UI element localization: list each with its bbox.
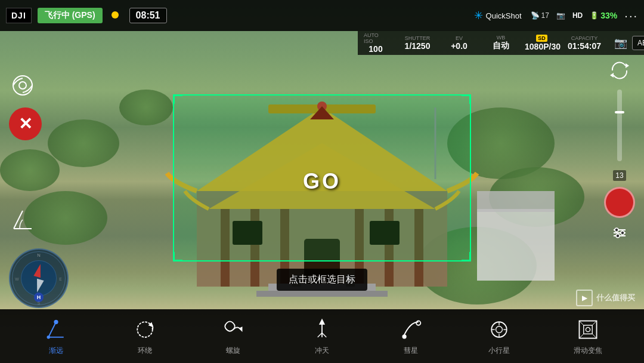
huadong-label: 滑动变焦 (574, 346, 602, 356)
toolbar-item-luoxuan[interactable]: 螺旋 (189, 316, 278, 356)
battery-icon: 🔋 (590, 11, 599, 20)
svg-text:E: E (59, 277, 62, 281)
svg-point-50 (402, 335, 405, 338)
wb-label: WB (497, 35, 506, 41)
svg-point-40 (55, 321, 58, 324)
target-tooltip: 点击或框选目标 (277, 269, 367, 291)
huanrao-icon (132, 316, 158, 343)
toolbar-item-xiaoxingxing[interactable]: 小行星 (455, 316, 544, 356)
qiangyuan-label: 渐远 (49, 346, 63, 356)
camera-rotate-button[interactable] (608, 60, 631, 81)
corner-bl (173, 252, 182, 262)
video-icon: 📷 (556, 11, 565, 20)
capacity-label: CAPACITY (571, 35, 597, 41)
record-button[interactable] (604, 187, 635, 218)
svg-point-52 (496, 327, 503, 333)
shutter-value: 1/1250 (405, 41, 431, 51)
top-bar: DJI 飞行中 (GPS) 08:51 ✳ QuickShot 📡 17 📷 H… (0, 0, 644, 31)
svg-point-23 (19, 82, 26, 89)
quickshot-label: QuickShot (486, 11, 522, 20)
xiaoxingxing-icon (486, 316, 512, 343)
zoom-thumb (615, 111, 624, 113)
flight-timer: 08:51 (129, 8, 167, 23)
huadong-icon (575, 316, 601, 343)
video-signal: 📷 (556, 11, 565, 20)
svg-line-61 (592, 321, 596, 325)
toolbar-item-huadong[interactable]: 滑动变焦 (543, 316, 632, 356)
sd-badge: SD (536, 35, 547, 42)
ev-label: EV (456, 35, 463, 41)
hd-label: HD (572, 11, 583, 20)
svg-rect-58 (583, 325, 592, 334)
corner-br (462, 252, 471, 262)
toolbar-item-qiangyuan[interactable]: 渐远 (12, 316, 101, 356)
go-text[interactable]: GO (303, 169, 341, 194)
spacer (9, 149, 42, 197)
close-button[interactable]: ✕ (9, 107, 42, 140)
iso-value: 100 (369, 44, 382, 54)
battery-percent: 33% (600, 11, 617, 20)
watermark: ▶ 什么值得买 (576, 290, 635, 306)
watermark-text: 什么值得买 (596, 293, 635, 303)
huixing-label: 彗星 (404, 346, 418, 356)
shutter-label: SHUTTER (405, 35, 431, 41)
capacity-stat: CAPACITY 01:54:07 (572, 35, 596, 51)
toolbar-item-huanrao[interactable]: 环绕 (101, 316, 190, 356)
toolbar-item-huixing[interactable]: 彗星 (366, 316, 455, 356)
angle-icon[interactable] (9, 206, 36, 233)
more-options-button[interactable]: ··· (624, 9, 638, 23)
remote-signal: 📡 17 (531, 11, 549, 20)
bottom-toolbar: 渐远 环绕 螺旋 (0, 309, 644, 363)
svg-point-33 (616, 234, 620, 238)
capacity-value: 01:54:07 (568, 41, 601, 51)
camera-switch-icon[interactable]: 📷 (614, 36, 627, 50)
svg-line-60 (579, 321, 583, 325)
wb-value: 自动 (493, 41, 509, 51)
top-right-icons: 📡 17 📷 HD 🔋 33% ··· (531, 9, 638, 23)
ev-value: +0.0 (451, 41, 467, 51)
mini-map: H N E S W (9, 248, 69, 308)
svg-marker-46 (320, 320, 324, 324)
chongtian-label: 冲天 (315, 346, 329, 356)
huanrao-label: 环绕 (138, 346, 152, 356)
corner-tl (173, 94, 182, 104)
camera-controls-right: 📷 AE (614, 36, 644, 50)
flight-status: 飞行中 (GPS) (38, 8, 103, 23)
hd-signal: HD (572, 11, 583, 20)
svg-text:S: S (38, 301, 41, 305)
svg-marker-44 (240, 327, 242, 330)
huixing-icon (398, 316, 424, 343)
svg-line-63 (592, 334, 596, 338)
signal-area (112, 14, 120, 17)
dji-logo: DJI (6, 8, 32, 23)
ae-badge[interactable]: AE (632, 36, 644, 50)
corner-tr (462, 94, 471, 104)
quickshot-button[interactable]: ✳ QuickShot (474, 9, 522, 22)
toolbar-item-chongtian[interactable]: 冲天 (278, 316, 367, 356)
remote-signal-value: 17 (541, 11, 549, 20)
shutter-stat: SHUTTER 1/1250 (405, 35, 429, 51)
settings-button[interactable] (611, 224, 628, 245)
luoxuan-icon (220, 316, 246, 343)
ev-stat: EV +0.0 (447, 35, 471, 51)
qiangyuan-icon (43, 316, 69, 343)
resolution-value: 1080P/30 (525, 42, 561, 51)
right-controls: 13 (604, 60, 635, 245)
svg-marker-26 (626, 63, 629, 68)
svg-text:W: W (15, 277, 19, 281)
quickshot-icon: ✳ (474, 9, 483, 22)
iso-stat: Auto ISO 100 (364, 32, 388, 54)
svg-line-39 (49, 322, 57, 337)
orbit-icon[interactable] (9, 72, 36, 99)
svg-marker-27 (610, 73, 614, 78)
svg-rect-14 (256, 291, 388, 297)
svg-point-49 (416, 321, 420, 325)
play-icon[interactable]: ▶ (576, 290, 593, 306)
xiaoxingxing-label: 小行星 (488, 346, 510, 356)
remote-icon: 📡 (531, 11, 540, 20)
svg-line-62 (579, 334, 583, 338)
zoom-slider[interactable] (617, 90, 622, 161)
svg-line-48 (322, 333, 326, 337)
svg-point-59 (586, 327, 590, 331)
chongtian-icon (309, 316, 335, 343)
